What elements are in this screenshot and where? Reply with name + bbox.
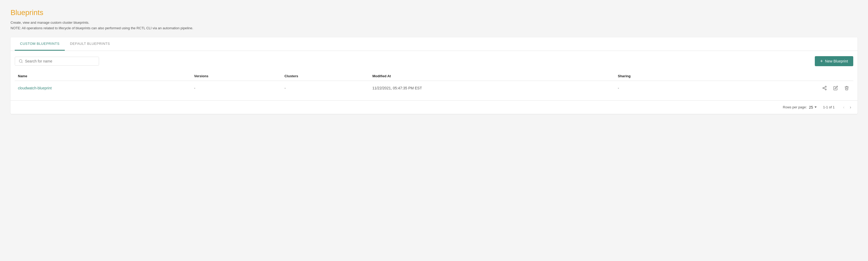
tabs-container: CUSTOM BLUEPRINTS DEFAULT BLUEPRINTS + N… <box>10 37 858 114</box>
rows-per-page-label: Rows per page: <box>783 105 807 109</box>
tab-default-blueprints[interactable]: DEFAULT BLUEPRINTS <box>65 37 115 51</box>
page-description: Create, view and manage custom cluster b… <box>10 20 858 31</box>
svg-line-1 <box>22 62 22 63</box>
table-row: cloudwatch-blueprint - - 11/22/2021, 05:… <box>15 81 853 95</box>
svg-line-5 <box>824 88 825 89</box>
tab-content: + New Blueprint Name Versions Clusters M… <box>10 51 858 100</box>
row-clusters: - <box>281 81 369 95</box>
col-header-sharing: Sharing <box>615 71 699 81</box>
rows-per-page: Rows per page: 25 <box>783 105 817 109</box>
col-header-actions <box>699 71 853 81</box>
search-box <box>15 57 99 66</box>
delete-button[interactable] <box>843 85 850 91</box>
plus-icon: + <box>820 59 823 63</box>
rows-per-page-value: 25 <box>809 105 813 109</box>
edit-icon <box>833 86 838 90</box>
page-container: Blueprints Create, view and manage custo… <box>0 0 868 261</box>
toolbar: + New Blueprint <box>15 56 853 66</box>
row-sharing: - <box>615 81 699 95</box>
col-header-clusters: Clusters <box>281 71 369 81</box>
svg-line-6 <box>824 87 825 88</box>
search-input[interactable] <box>25 59 95 63</box>
share-icon <box>822 86 827 90</box>
col-header-modified-at: Modified At <box>369 71 615 81</box>
tabs-header: CUSTOM BLUEPRINTS DEFAULT BLUEPRINTS <box>10 37 858 51</box>
pagination-nav: ‹ › <box>841 104 853 111</box>
col-header-versions: Versions <box>191 71 281 81</box>
tab-custom-blueprints[interactable]: CUSTOM BLUEPRINTS <box>15 37 65 51</box>
pagination-prev-button[interactable]: ‹ <box>841 104 846 111</box>
table-footer: Rows per page: 25 1-1 of 1 ‹ › <box>10 100 858 114</box>
pagination-next-button[interactable]: › <box>848 104 853 111</box>
table-header: Name Versions Clusters Modified At Shari… <box>15 71 853 81</box>
pagination-info: 1-1 of 1 <box>823 105 835 109</box>
row-actions <box>699 81 853 95</box>
blueprints-table: Name Versions Clusters Modified At Shari… <box>15 71 853 95</box>
row-name[interactable]: cloudwatch-blueprint <box>15 81 191 95</box>
action-icons <box>702 85 850 91</box>
edit-button[interactable] <box>832 85 839 91</box>
new-blueprint-label: New Blueprint <box>825 59 848 63</box>
rows-per-page-select[interactable]: 25 <box>809 105 817 109</box>
col-header-name: Name <box>15 71 191 81</box>
search-icon <box>19 59 23 63</box>
delete-icon <box>844 86 849 90</box>
new-blueprint-button[interactable]: + New Blueprint <box>815 56 853 66</box>
table-body: cloudwatch-blueprint - - 11/22/2021, 05:… <box>15 81 853 95</box>
share-button[interactable] <box>821 85 828 91</box>
row-modified-at: 11/22/2021, 05:47:35 PM EST <box>369 81 615 95</box>
chevron-down-icon <box>814 107 817 108</box>
page-title: Blueprints <box>10 8 858 17</box>
row-versions: - <box>191 81 281 95</box>
